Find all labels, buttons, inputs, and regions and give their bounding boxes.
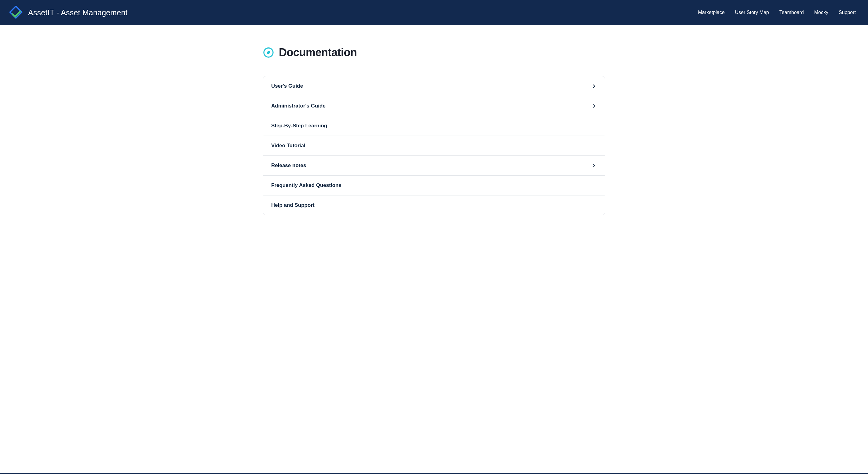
nav-link-support[interactable]: Support bbox=[839, 10, 856, 15]
doc-item-release-notes[interactable]: Release notes bbox=[263, 155, 605, 175]
doc-item-faq[interactable]: Frequently Asked Questions bbox=[263, 175, 605, 195]
nav-link-mocky[interactable]: Mocky bbox=[814, 10, 828, 15]
doc-item-label: Step-By-Step Learning bbox=[271, 123, 327, 129]
compass-icon bbox=[263, 47, 274, 58]
chevron-right-icon bbox=[591, 103, 597, 109]
nav-link-marketplace[interactable]: Marketplace bbox=[698, 10, 724, 15]
chevron-right-icon bbox=[591, 83, 597, 89]
nav-link-teamboard[interactable]: Teamboard bbox=[779, 10, 804, 15]
topbar: AssetIT - Asset Management Marketplace U… bbox=[0, 0, 868, 25]
doc-item-users-guide[interactable]: User's Guide bbox=[263, 76, 605, 96]
page-title: Documentation bbox=[279, 46, 357, 59]
top-divider bbox=[263, 29, 605, 29]
doc-item-label: Administrator's Guide bbox=[271, 103, 326, 109]
documentation-list: User's Guide Administrator's Guide Step-… bbox=[263, 76, 605, 215]
doc-item-label: User's Guide bbox=[271, 83, 303, 89]
doc-item-label: Video Tutorial bbox=[271, 143, 305, 149]
nav-link-user-story-map[interactable]: User Story Map bbox=[735, 10, 769, 15]
doc-item-help-support[interactable]: Help and Support bbox=[263, 195, 605, 215]
svg-marker-3 bbox=[267, 51, 271, 55]
topbar-nav: Marketplace User Story Map Teamboard Moc… bbox=[698, 10, 856, 15]
doc-item-label: Frequently Asked Questions bbox=[271, 182, 341, 188]
bottom-strip bbox=[0, 473, 868, 474]
doc-item-label: Release notes bbox=[271, 162, 306, 168]
app-logo-icon bbox=[9, 6, 23, 19]
page-content: Documentation User's Guide Administrator… bbox=[263, 29, 605, 240]
topbar-left: AssetIT - Asset Management bbox=[9, 6, 128, 19]
chevron-right-icon bbox=[591, 163, 597, 168]
doc-item-label: Help and Support bbox=[271, 202, 315, 208]
doc-item-administrators-guide[interactable]: Administrator's Guide bbox=[263, 96, 605, 116]
page-header: Documentation bbox=[263, 46, 605, 59]
app-title: AssetIT - Asset Management bbox=[28, 8, 128, 17]
doc-item-video-tutorial[interactable]: Video Tutorial bbox=[263, 136, 605, 155]
doc-item-step-by-step[interactable]: Step-By-Step Learning bbox=[263, 116, 605, 136]
